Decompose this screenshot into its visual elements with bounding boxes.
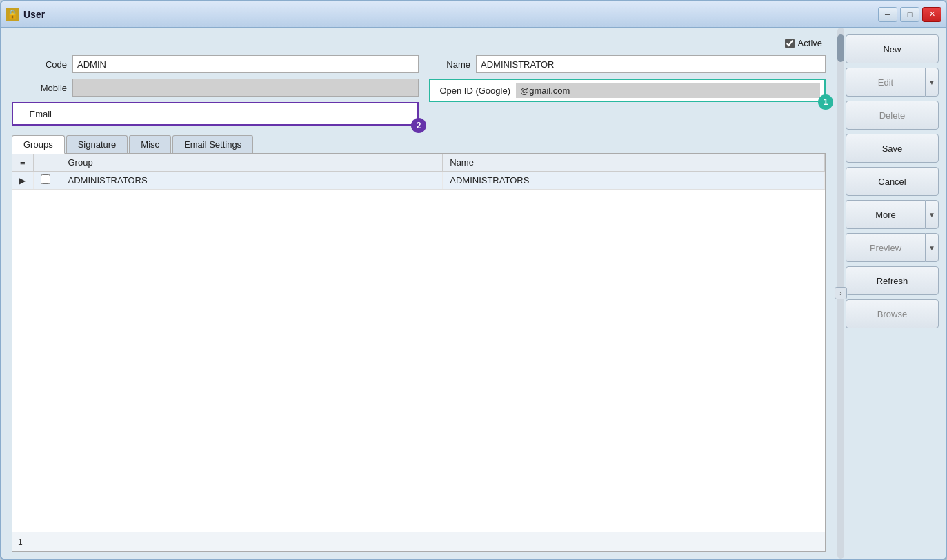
save-button[interactable]: Save <box>846 134 939 163</box>
window-body: Active Code Mobile <box>1 28 946 559</box>
page-number: 1 <box>18 537 23 547</box>
name-label: Name <box>429 59 470 70</box>
row-name-cell: ADMINISTRATORS <box>443 172 825 190</box>
row-arrow-cell: ▶ <box>12 172 33 190</box>
active-checkbox[interactable] <box>785 39 795 48</box>
cancel-label: Cancel <box>878 177 906 187</box>
col-group: Group <box>61 154 443 172</box>
badge-2: 2 <box>411 118 426 133</box>
more-button-group: More ▼ <box>846 200 939 229</box>
user-window: User ─ □ ✕ Active C <box>0 0 947 560</box>
table-row[interactable]: ▶ ADMINISTRATORS ADMINISTRATORS <box>12 172 825 190</box>
email-label: Email <box>17 109 52 119</box>
table-footer: 1 <box>12 532 825 551</box>
col-checkbox <box>33 154 61 172</box>
badge-1: 1 <box>818 94 833 110</box>
row-checkbox-cell[interactable] <box>33 172 61 190</box>
edit-button-group: Edit ▼ <box>846 68 939 97</box>
tab-email-settings[interactable]: Email Settings <box>172 135 253 153</box>
tab-content-groups: ≡ Group Name ▶ ADMINISTRAT <box>12 154 826 552</box>
restore-button[interactable]: □ <box>900 7 919 22</box>
more-button[interactable]: More <box>846 200 925 229</box>
window-icon <box>6 8 19 21</box>
openid-row-bordered: Open ID (Google) <box>429 79 826 102</box>
new-button[interactable]: New <box>846 34 939 63</box>
mobile-label: Mobile <box>12 83 67 93</box>
name-row: Name <box>429 55 826 73</box>
more-dropdown-arrow[interactable]: ▼ <box>925 200 939 229</box>
window-title: User <box>23 9 45 20</box>
openid-input[interactable] <box>516 83 820 98</box>
vertical-divider: › <box>836 28 846 559</box>
delete-label: Delete <box>879 110 906 121</box>
email-row-bordered: Email <box>12 102 419 126</box>
tab-groups[interactable]: Groups <box>12 135 65 154</box>
edit-button[interactable]: Edit <box>846 68 925 97</box>
browse-button[interactable]: Browse <box>846 299 939 328</box>
refresh-label: Refresh <box>877 276 908 286</box>
groups-table: ≡ Group Name ▶ ADMINISTRAT <box>12 154 825 190</box>
new-label: New <box>883 44 901 54</box>
tab-header: Groups Signature Misc Email Settings <box>12 135 826 154</box>
row-checkbox[interactable] <box>41 174 50 184</box>
form-left-col: Code Mobile Email <box>12 55 419 126</box>
col-name: Name <box>443 154 825 172</box>
delete-button[interactable]: Delete <box>846 101 939 130</box>
tabs-area: Groups Signature Misc Email Settings ≡ <box>12 135 826 552</box>
title-bar: User ─ □ ✕ <box>1 1 946 28</box>
browse-label: Browse <box>877 309 907 319</box>
title-bar-left: User <box>6 8 45 21</box>
close-button[interactable]: ✕ <box>922 7 941 22</box>
refresh-button[interactable]: Refresh <box>846 266 939 295</box>
active-row: Active <box>12 38 826 48</box>
preview-button[interactable]: Preview <box>846 233 925 262</box>
mobile-row: Mobile <box>12 79 419 97</box>
tab-signature[interactable]: Signature <box>66 135 128 153</box>
active-checkbox-label[interactable]: Active <box>785 38 822 48</box>
form-fields: Code Mobile Email <box>12 55 826 126</box>
preview-button-group: Preview ▼ <box>846 233 939 262</box>
form-right-col: Name Open ID (Google) 1 <box>419 55 826 126</box>
code-label: Code <box>12 59 67 70</box>
openid-label: Open ID (Google) <box>435 86 510 96</box>
table-container[interactable]: ≡ Group Name ▶ ADMINISTRAT <box>12 154 825 532</box>
edit-dropdown-arrow[interactable]: ▼ <box>925 68 939 97</box>
mobile-input[interactable] <box>72 79 419 97</box>
scroll-thumb[interactable] <box>837 34 844 62</box>
title-bar-controls: ─ □ ✕ <box>878 7 941 22</box>
col-selector: ≡ <box>12 154 33 172</box>
minimize-button[interactable]: ─ <box>878 7 897 22</box>
row-arrow-icon: ▶ <box>19 176 26 186</box>
email-input[interactable] <box>57 106 413 121</box>
code-row: Code <box>12 55 419 73</box>
cancel-button[interactable]: Cancel <box>846 167 939 196</box>
tab-misc[interactable]: Misc <box>129 135 171 153</box>
sidebar-buttons: New Edit ▼ Delete Save Cancel More ▼ <box>846 28 946 559</box>
active-label: Active <box>798 38 822 48</box>
list-icon: ≡ <box>20 157 26 168</box>
name-input[interactable] <box>476 55 826 73</box>
expand-button[interactable]: › <box>835 287 847 299</box>
email-container: Email 2 <box>12 102 419 126</box>
row-group-cell: ADMINISTRATORS <box>61 172 443 190</box>
main-content: Active Code Mobile <box>1 28 836 559</box>
openid-container: Open ID (Google) 1 <box>429 79 826 102</box>
save-label: Save <box>882 143 903 154</box>
code-input[interactable] <box>72 55 419 73</box>
preview-dropdown-arrow[interactable]: ▼ <box>925 233 939 262</box>
